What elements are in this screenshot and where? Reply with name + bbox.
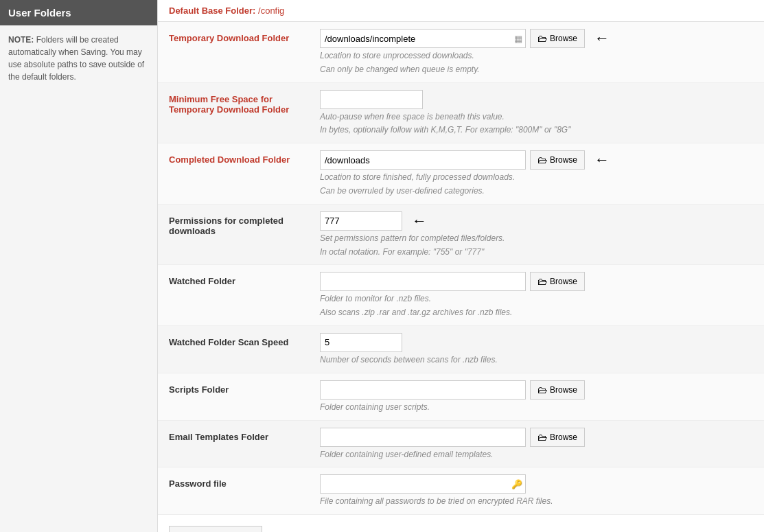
hint-temp-download-1: Location to store unprocessed downloads. [320,50,753,62]
row-watched-folder: Watched Folder 🗁 Browse Folder to monito… [158,265,764,326]
control-completed-download: 🗁 Browse ← Location to store finished, f… [320,150,753,197]
control-temp-download: ▦ 🗁 Browse ← Location to store unprocess… [320,29,753,76]
hint-watched-2: Also scans .zip .rar and .tar.gz archive… [320,307,753,319]
row-scan-speed: Watched Folder Scan Speed Number of seco… [158,326,764,373]
scan-speed-input[interactable] [320,333,402,352]
label-permissions: Permissions for completed downloads [169,211,320,236]
folder-icon-2: 🗁 [537,154,547,165]
control-min-free-space: Auto-pause when free space is beneath th… [320,90,753,137]
arrow-temp-download: ← [594,30,610,47]
row-password-file: Password file 🔑 File containing all pass… [158,467,764,515]
row-min-free-space: Minimum Free Space for Temporary Downloa… [158,83,764,144]
label-email-templates: Email Templates Folder [169,428,320,442]
folder-icon-4: 🗁 [537,384,547,395]
input-row-scripts-folder: 🗁 Browse [320,380,753,400]
label-scripts-folder: Scripts Folder [169,380,320,395]
watched-folder-input[interactable] [320,272,526,291]
hint-scan-speed: Number of seconds between scans for .nzb… [320,354,753,366]
input-wrapper-temp-download: ▦ [320,29,526,48]
app-layout: User Folders NOTE: Folders will be creat… [0,0,764,532]
row-temp-download: Temporary Download Folder ▦ 🗁 Browse ← L… [158,22,764,83]
watched-folder-browse-btn[interactable]: 🗁 Browse [530,272,585,291]
hint-password-file: File containing all passwords to be trie… [320,496,753,507]
row-permissions: Permissions for completed downloads ← Se… [158,205,764,266]
browse-label-4: Browse [550,385,577,395]
scripts-folder-browse-btn[interactable]: 🗁 Browse [530,380,585,400]
sidebar: User Folders NOTE: Folders will be creat… [0,0,158,532]
input-row-completed-download: 🗁 Browse ← [320,150,753,170]
input-row-min-free-space [320,90,753,109]
permissions-input[interactable] [320,211,402,231]
arrow-completed-download: ← [594,151,610,169]
hint-completed-1: Location to store finished, fully proces… [320,172,753,183]
save-row: ✔ Save Changes ← [158,515,764,532]
hint-min-free-1: Auto-pause when free space is beneath th… [320,111,753,123]
main-content: Default Base Folder: /config Temporary D… [158,0,764,532]
password-file-input[interactable] [320,474,526,494]
save-button[interactable]: ✔ Save Changes [169,526,262,532]
key-icon: 🔑 [511,479,522,489]
calendar-icon: ▦ [514,34,522,44]
temp-download-input[interactable] [320,29,526,48]
folder-icon: 🗁 [537,33,547,44]
label-min-free-space: Minimum Free Space for Temporary Downloa… [169,90,320,115]
completed-download-input[interactable] [320,150,526,170]
browse-label-3: Browse [550,277,577,286]
label-completed-download: Completed Download Folder [169,150,320,165]
row-scripts-folder: Scripts Folder 🗁 Browse Folder containin… [158,373,764,421]
input-row-watched-folder: 🗁 Browse [320,272,753,291]
hint-watched-1: Folder to monitor for .nzb files. [320,293,753,305]
temp-download-browse-btn[interactable]: 🗁 Browse [530,29,585,48]
label-watched-folder: Watched Folder [169,272,320,286]
input-row-permissions: ← [320,211,753,231]
control-password-file: 🔑 File containing all passwords to be tr… [320,474,753,507]
sidebar-note: NOTE: Folders will be created automatica… [0,25,157,91]
email-templates-input[interactable] [320,428,526,447]
input-row-email-templates: 🗁 Browse [320,428,753,447]
label-temp-download: Temporary Download Folder [169,29,320,43]
arrow-save: ← [270,527,286,532]
default-base-folder: Default Base Folder: /config [158,0,764,22]
scripts-folder-input[interactable] [320,380,526,400]
browse-label-5: Browse [550,432,577,442]
default-base-path[interactable]: /config [258,5,284,16]
hint-email-templates: Folder containing user-defined email tem… [320,449,753,461]
note-label: NOTE: [8,35,34,45]
control-scripts-folder: 🗁 Browse Folder containing user scripts. [320,380,753,413]
hint-temp-download-2: Can only be changed when queue is empty. [320,64,753,76]
row-email-templates: Email Templates Folder 🗁 Browse Folder c… [158,421,764,468]
sidebar-title: User Folders [0,0,157,25]
hint-min-free-2: In bytes, optionally follow with K,M,G,T… [320,124,753,136]
arrow-permissions: ← [412,212,427,230]
label-scan-speed: Watched Folder Scan Speed [169,333,320,347]
email-templates-browse-btn[interactable]: 🗁 Browse [530,428,585,447]
min-free-space-input[interactable] [320,90,423,109]
browse-label: Browse [550,34,577,43]
input-row-temp-download: ▦ 🗁 Browse ← [320,29,753,48]
row-completed-download: Completed Download Folder 🗁 Browse ← Loc… [158,143,764,205]
folder-icon-5: 🗁 [537,432,547,443]
control-email-templates: 🗁 Browse Folder containing user-defined … [320,428,753,461]
default-base-label: Default Base Folder: [169,5,255,16]
folder-icon-3: 🗁 [537,276,547,287]
control-watched-folder: 🗁 Browse Folder to monitor for .nzb file… [320,272,753,319]
control-scan-speed: Number of seconds between scans for .nzb… [320,333,753,366]
input-wrapper-password: 🔑 [320,474,526,494]
input-row-password-file: 🔑 [320,474,753,494]
hint-completed-2: Can be overruled by user-defined categor… [320,185,753,197]
browse-label-2: Browse [550,155,577,165]
hint-permissions-2: In octal notation. For example: "755" or… [320,246,753,258]
input-row-scan-speed [320,333,753,352]
completed-download-browse-btn[interactable]: 🗁 Browse [530,150,585,170]
label-password-file: Password file [169,474,320,489]
hint-scripts: Folder containing user scripts. [320,402,753,413]
control-permissions: ← Set permissions pattern for completed … [320,211,753,258]
hint-permissions-1: Set permissions pattern for completed fi… [320,233,753,244]
